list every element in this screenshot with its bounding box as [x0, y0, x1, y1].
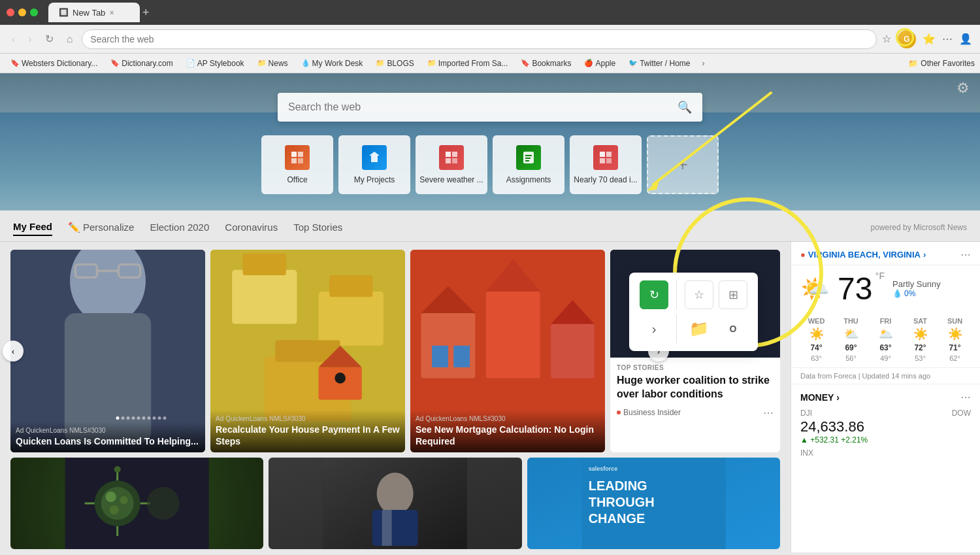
tab-my-feed[interactable]: My Feed [13, 218, 52, 236]
traffic-lights [7, 8, 38, 16]
bookmark-item[interactable]: 🍎 Apple [579, 58, 621, 69]
more-options-icon[interactable]: ⋯ [763, 407, 774, 419]
search-bar[interactable]: 🔍 [278, 93, 702, 122]
source-name: Business Insider [623, 408, 681, 417]
more-menu-icon[interactable]: ⋯ [942, 33, 953, 45]
bookmark-item[interactable]: 📁 News [252, 58, 293, 69]
search-input[interactable] [288, 101, 670, 113]
address-bar[interactable] [82, 29, 877, 49]
bookmark-label: Bookmarks [532, 59, 571, 68]
carousel-prev-button[interactable]: ‹ [3, 341, 24, 362]
popup-folder-button[interactable]: 📁 [685, 314, 713, 343]
mitch-image [269, 458, 521, 549]
bookmark-item[interactable]: 📄 AP Stylebook [181, 58, 250, 69]
new-tab-button[interactable]: + [142, 6, 150, 20]
search-container: 🔍 [278, 93, 702, 122]
bookmark-item[interactable]: 🔖 Websters Dictionary... [5, 58, 103, 69]
bottom-card-mitch[interactable] [269, 458, 521, 549]
quick-access-label: Assignments [506, 175, 551, 184]
page-settings-icon[interactable]: ⚙ [956, 80, 970, 97]
svg-point-54 [101, 487, 134, 520]
carousel-dot [116, 416, 120, 420]
bottom-card-virus[interactable] [10, 458, 263, 549]
popup-chevron-button[interactable]: › [640, 314, 668, 343]
bookmarks-more-button[interactable]: › [698, 58, 709, 69]
weather-location-link[interactable]: ● VIRGINIA BEACH, VIRGINIA › [800, 250, 926, 260]
money-more-icon[interactable]: ⋯ [960, 391, 971, 403]
minimize-button[interactable] [18, 8, 26, 16]
profile-icon[interactable]: 👤 [959, 33, 972, 45]
refresh-icon: ↻ [649, 288, 659, 302]
carousel-dot [127, 416, 130, 420]
money-title[interactable]: MONEY › [800, 392, 840, 403]
news-card-overlay: Ad QuickenLoans NMLS#3030 Quicken Loans … [10, 422, 205, 452]
quick-access-myprojects[interactable]: My Projects [338, 135, 410, 194]
popup-grid-button[interactable]: ⊞ [719, 280, 747, 309]
inx-label: INX [800, 448, 813, 458]
carousel-dot [142, 416, 146, 420]
dji-value: 24,633.86 [800, 418, 864, 435]
svg-text:CHANGE: CHANGE [588, 511, 645, 526]
weather-more-icon[interactable]: ⋯ [960, 248, 971, 261]
url-input[interactable] [90, 34, 868, 44]
star-icon[interactable]: ☆ [882, 33, 891, 45]
profile-avatar[interactable]: G [898, 30, 916, 48]
svg-point-56 [120, 496, 128, 504]
active-tab[interactable]: 🔲 New Tab ✕ [48, 3, 140, 22]
news-card-3[interactable]: Ad QuickenLoans NMLS#3030 See New Mortga… [410, 250, 605, 452]
stock-value-row: 24,633.86 [800, 418, 971, 435]
bookmark-item[interactable]: 📁 BLOGS [370, 58, 419, 69]
svg-rect-10 [525, 158, 531, 159]
office-icon [285, 145, 310, 170]
forecast-icon: ☀️ [948, 327, 962, 341]
bottom-card-salesforce[interactable]: salesforce LEADING THROUGH CHANGE [527, 458, 780, 549]
fullscreen-button[interactable] [30, 8, 38, 16]
search-icon[interactable]: 🔍 [678, 100, 692, 114]
home-button[interactable]: ⌂ [63, 31, 77, 48]
inx-stock-item: INX [800, 448, 971, 458]
svg-rect-37 [551, 324, 594, 378]
salesforce-image: salesforce LEADING THROUGH CHANGE [527, 458, 780, 549]
news-card-2[interactable]: Ad QuickenLoans NMLS#3030 Recalculate Yo… [210, 250, 405, 452]
bookmark-item[interactable]: 📁 Imported From Sa... [422, 58, 514, 69]
forecast-icon: ☀️ [913, 327, 928, 341]
tab-personalize[interactable]: ✏️ Personalize [68, 222, 134, 233]
tab-top-stories[interactable]: Top Stories [293, 219, 342, 235]
quick-access-severe[interactable]: Severe weather ... [416, 135, 487, 194]
bookmark-item[interactable]: 🔖 Dictionary.com [105, 58, 178, 69]
bookmark-label: BLOGS [387, 59, 414, 68]
svg-rect-4 [446, 152, 451, 157]
news-card-1[interactable]: Ad QuickenLoans NMLS#3030 Quicken Loans … [10, 250, 205, 452]
extension-icon[interactable]: ⭐ [923, 33, 936, 45]
tab-coronavirus[interactable]: Coronavirus [225, 219, 278, 235]
bookmark-icon: 🔖 [10, 59, 20, 67]
close-button[interactable] [7, 8, 14, 16]
bookmark-item[interactable]: 🐦 Twitter / Home [623, 58, 695, 69]
svg-rect-6 [446, 158, 451, 163]
svg-point-63 [147, 487, 180, 520]
severe-icon [439, 145, 464, 170]
folder-icon: 📁 [427, 59, 436, 67]
quick-access-nearly[interactable]: Nearly 70 dead i... [570, 135, 642, 194]
chevron-right-icon: › [923, 250, 926, 260]
quick-access-office[interactable]: Office [261, 135, 333, 194]
back-button[interactable]: ‹ [8, 31, 19, 48]
add-quick-access-button[interactable]: + [647, 135, 719, 194]
popup-star-button[interactable]: ☆ [685, 280, 713, 309]
forward-button[interactable]: › [24, 31, 35, 48]
bookmark-item[interactable]: 💧 My Work Desk [296, 58, 368, 69]
other-favorites-item[interactable]: 📁 Other Favorites [908, 59, 975, 68]
carousel-dot [158, 416, 161, 420]
tab-close-icon[interactable]: ✕ [109, 9, 114, 16]
location-dot: ● [800, 250, 806, 260]
reload-button[interactable]: ↻ [41, 30, 57, 48]
svg-rect-14 [600, 158, 605, 163]
popup-refresh-button[interactable]: ↻ [640, 280, 668, 309]
bookmark-item[interactable]: 🔖 Bookmarks [515, 58, 576, 69]
tab-election[interactable]: Election 2020 [150, 219, 209, 235]
quick-access-assignments[interactable]: Assignments [493, 135, 564, 194]
forecast-icon: 🌥️ [879, 327, 893, 341]
forecast-fri: FRI 🌥️ 63° 49° [870, 317, 902, 362]
bookmark-icon: 🔖 [521, 59, 530, 67]
bookmark-icon: 💧 [301, 59, 310, 67]
